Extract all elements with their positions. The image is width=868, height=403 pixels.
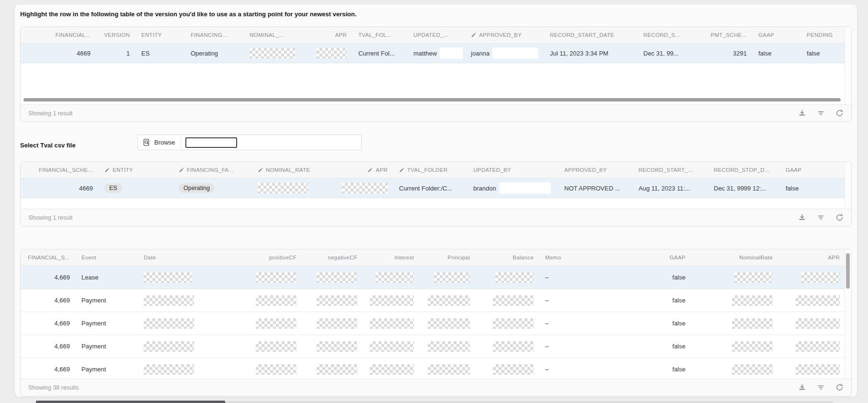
column-header[interactable]: NOMINAL_... — [244, 27, 317, 43]
column-header[interactable]: GAAP — [638, 249, 691, 266]
table-cell: false — [780, 179, 845, 198]
redacted-cell — [144, 295, 194, 306]
column-header[interactable]: Balance — [476, 249, 539, 266]
column-header[interactable]: APPROVED_BY — [559, 162, 633, 178]
column-header[interactable]: Event — [76, 249, 138, 266]
vertical-scrollbar-track[interactable] — [845, 162, 851, 209]
column-header[interactable]: ENTITY — [136, 27, 185, 43]
column-header[interactable]: Principal — [420, 249, 476, 266]
refresh-icon[interactable] — [835, 383, 844, 392]
vertical-scrollbar-track[interactable] — [845, 27, 851, 104]
column-header[interactable]: Interest — [363, 249, 420, 266]
redacted-cell — [317, 272, 357, 283]
download-icon[interactable] — [798, 383, 806, 392]
column-header[interactable]: APR — [778, 249, 845, 266]
table-row[interactable]: 4,669Payment–false — [21, 358, 851, 380]
column-header[interactable]: GAAP — [780, 162, 845, 178]
column-header[interactable]: APR — [317, 27, 353, 43]
table-cell — [138, 289, 240, 312]
download-icon[interactable] — [798, 109, 806, 117]
vertical-scrollbar-thumb[interactable] — [846, 253, 850, 289]
table-row[interactable]: 4,669Lease–false — [21, 266, 851, 289]
refresh-icon[interactable] — [835, 109, 844, 117]
column-header[interactable]: FINANCIAL... — [21, 27, 96, 43]
table-row[interactable]: 4,669Payment–false — [21, 289, 851, 312]
redacted-cell — [317, 364, 357, 375]
table-cell: Current Folder:/C... — [393, 179, 468, 198]
table-cell: – — [539, 358, 638, 380]
table-cell: false — [638, 312, 691, 335]
table-cell: false — [638, 289, 691, 312]
redacted-cell — [732, 341, 773, 352]
table-cell — [420, 335, 476, 358]
column-header[interactable]: RECORD_STOP_D... — [708, 162, 780, 178]
column-header[interactable]: RECORD_START_DATE — [544, 27, 638, 43]
table-cell — [476, 289, 539, 312]
column-header[interactable]: UPDATED_... — [408, 27, 465, 43]
download-icon[interactable] — [798, 213, 806, 222]
table-cell — [691, 335, 778, 358]
column-header[interactable]: UPDATED_BY — [468, 162, 559, 178]
table-cell — [240, 289, 302, 312]
column-header[interactable]: NOMINAL_RATE — [252, 162, 331, 178]
column-header[interactable]: RECORD_S... — [638, 27, 697, 43]
table-cell — [138, 266, 240, 289]
column-header[interactable]: Memo — [539, 249, 638, 266]
redacted-cell — [732, 364, 773, 375]
table-cell — [302, 289, 363, 312]
column-header[interactable]: PMT_SCHE... — [697, 27, 753, 43]
table-cell — [138, 312, 240, 335]
table-row[interactable]: 46691ESOperatingCurrent Fol...matthewjoa… — [21, 44, 851, 63]
pencil-icon — [399, 167, 405, 173]
column-header[interactable]: VERSION — [96, 27, 136, 43]
column-header[interactable]: FINANCING_FA... — [173, 162, 252, 178]
column-header[interactable]: PENDING — [801, 27, 845, 43]
column-header[interactable]: TVAL_FOLDER — [393, 162, 468, 178]
table-row[interactable]: 4,669Payment–false — [21, 335, 851, 358]
table-cell: false — [638, 266, 691, 289]
column-header[interactable]: TVAL_FOL... — [353, 27, 408, 43]
column-header[interactable]: Date — [138, 249, 240, 266]
column-header[interactable]: positiveCF — [240, 249, 302, 266]
column-header[interactable]: APPROVED_BY — [465, 27, 544, 43]
column-header[interactable]: FINANCIAL_SCHE... — [21, 162, 99, 178]
table-cell — [302, 266, 363, 289]
table-cell — [476, 358, 539, 380]
column-header[interactable]: GAAP — [753, 27, 801, 43]
table-cell: false — [801, 44, 845, 63]
table-cell — [420, 358, 476, 380]
redacted-cell — [370, 364, 414, 375]
filter-icon[interactable] — [817, 213, 825, 222]
redacted-cell — [734, 272, 773, 283]
table-cell: – — [539, 312, 638, 335]
column-header[interactable]: RECORD_START_... — [633, 162, 708, 178]
refresh-icon[interactable] — [835, 213, 844, 222]
redacted-cell — [317, 318, 357, 329]
table-cell — [240, 312, 302, 335]
column-header[interactable]: NominalRate — [691, 249, 778, 266]
browse-button[interactable]: Browse — [138, 135, 181, 150]
file-input[interactable]: Browse — [137, 134, 362, 150]
vertical-scrollbar-track[interactable] — [845, 249, 851, 379]
table-cell: Payment — [76, 335, 138, 358]
horizontal-scrollbar-thumb[interactable] — [23, 98, 841, 101]
table-cell: 1 — [96, 44, 136, 63]
redacted-cell — [317, 295, 357, 306]
filter-icon[interactable] — [817, 109, 825, 117]
table-cell: 4,669 — [21, 266, 76, 289]
column-header[interactable]: FINANCING... — [185, 27, 244, 43]
table-cell — [244, 44, 317, 63]
table-row[interactable]: 4,669Payment–false — [21, 312, 851, 335]
column-header[interactable]: APR — [331, 162, 393, 178]
column-header[interactable]: negativeCF — [302, 249, 363, 266]
redacted-overlay — [492, 47, 538, 59]
column-header[interactable]: ENTITY — [99, 162, 173, 178]
page-title: Highlight the row in the following table… — [20, 11, 356, 18]
redacted-cell — [428, 318, 470, 329]
filter-icon[interactable] — [817, 383, 825, 392]
column-header[interactable]: FINANCIAL_S... — [21, 249, 76, 266]
table-cell — [778, 312, 845, 335]
table-cell — [691, 289, 778, 312]
table-row[interactable]: 4669ESOperatingCurrent Folder:/C...brand… — [21, 179, 851, 198]
redacted-cell — [493, 295, 534, 306]
